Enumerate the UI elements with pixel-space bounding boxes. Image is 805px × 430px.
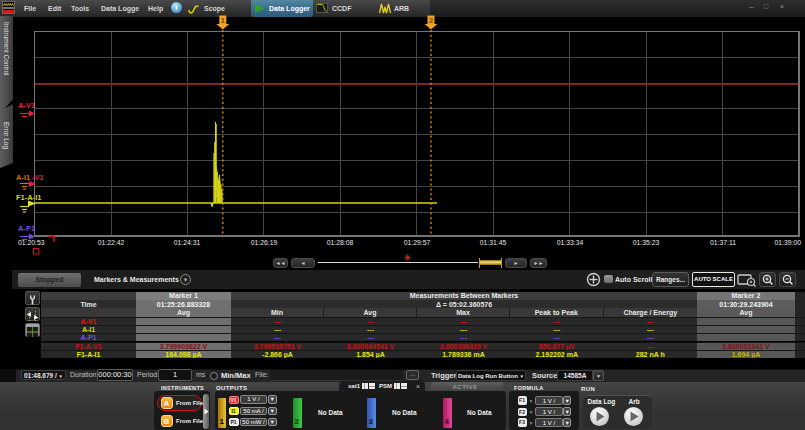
svg-text:01:22:42: 01:22:42 bbox=[98, 239, 125, 246]
svg-text:01:26:19: 01:26:19 bbox=[251, 239, 278, 246]
svg-text:01:35:23: 01:35:23 bbox=[633, 239, 660, 246]
svg-text:01:31:45: 01:31:45 bbox=[480, 239, 507, 246]
svg-text:-V1: -V1 bbox=[32, 173, 44, 182]
svg-text:01:29:57: 01:29:57 bbox=[404, 239, 431, 246]
svg-text:2: 2 bbox=[429, 16, 434, 25]
svg-text:01:39:00: 01:39:00 bbox=[775, 239, 802, 246]
svg-text:01:28:08: 01:28:08 bbox=[327, 239, 354, 246]
svg-text:F1-A-I1: F1-A-I1 bbox=[16, 193, 41, 202]
svg-text:A-I1: A-I1 bbox=[16, 173, 30, 182]
svg-text:01:33:34: 01:33:34 bbox=[557, 239, 584, 246]
svg-text:01:20:53: 01:20:53 bbox=[18, 239, 45, 246]
svg-text:A-P1: A-P1 bbox=[18, 224, 35, 233]
svg-text:A-V1: A-V1 bbox=[18, 101, 35, 110]
svg-text:01:37:11: 01:37:11 bbox=[710, 239, 736, 246]
svg-text:1: 1 bbox=[221, 16, 226, 25]
svg-text:01:24:31: 01:24:31 bbox=[174, 239, 201, 246]
